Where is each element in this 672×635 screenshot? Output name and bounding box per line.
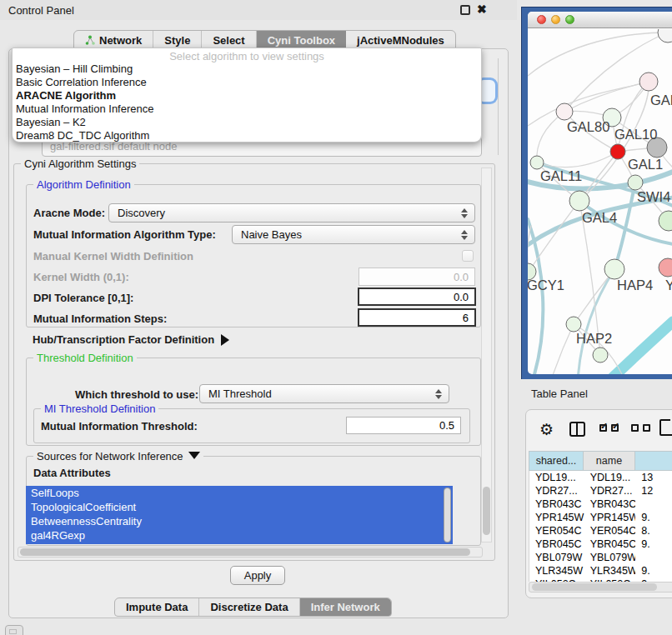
manual-kernel-checkbox[interactable] (462, 250, 474, 262)
mi-steps-input[interactable] (358, 308, 476, 327)
algorithm-option[interactable]: Bayesian – K2 (13, 116, 481, 129)
algorithm-definition-title: Algorithm Definition (33, 178, 134, 191)
table-cell: 9. (635, 511, 672, 524)
attributes-scrollbar-thumb[interactable] (444, 488, 450, 542)
network-edge[interactable] (537, 152, 618, 168)
network-node-gal80[interactable] (556, 103, 573, 120)
table-hscroll-thumb[interactable] (532, 583, 657, 591)
table-cell: 12 (635, 484, 672, 498)
tab-select[interactable]: Select (202, 31, 256, 49)
mi-steps-label: Mutual Information Steps: (33, 312, 167, 325)
network-node-y[interactable] (659, 258, 672, 277)
node-label: HAP2 (576, 331, 612, 346)
settings-horizontal-scrollbar[interactable] (18, 547, 483, 558)
attribute-item[interactable]: gal4RGexp (26, 528, 453, 542)
minimized-panel-icon[interactable] (5, 625, 23, 635)
node-label: GAL80 (567, 119, 609, 134)
spinner-icon (435, 388, 443, 400)
tab-jactivemnodules[interactable]: jActiveMNodules (346, 31, 455, 49)
network-node-hap2[interactable] (566, 317, 581, 332)
table-row[interactable]: YLR345WYLR345W9. (529, 564, 672, 578)
network-node-gal4[interactable] (569, 191, 589, 211)
algorithm-option[interactable]: ARACNE Algorithm (13, 89, 481, 102)
table-row[interactable]: YBR045CYBR045C9. (529, 538, 672, 551)
float-panel-icon[interactable] (460, 5, 470, 15)
network-node-gal7[interactable] (639, 72, 658, 91)
column-header[interactable]: name (584, 451, 635, 471)
spinner-icon (461, 229, 469, 241)
network-node[interactable] (659, 211, 672, 231)
select-all-check-icon[interactable] (611, 424, 619, 432)
bottom-tab-infer-network[interactable]: Infer Network (300, 598, 391, 616)
network-window-frame: GAL7GAL80GAL10GAL1GAL11SWI4GAL4GCY1HAP4Y… (521, 7, 672, 379)
network-node[interactable] (593, 348, 608, 362)
deselect-all-check-icon[interactable] (631, 424, 639, 432)
table-cell: YLR345W (584, 564, 636, 578)
table-row[interactable]: YDL19...YDL19...13 (529, 471, 672, 484)
attribute-item[interactable]: SelfLoops (26, 486, 453, 500)
network-node-hap4[interactable] (604, 259, 624, 279)
table-cell: YBL079W (529, 551, 584, 564)
table-row[interactable]: YDR27...YDR27...12 (529, 484, 672, 498)
algorithm-list: Bayesian – Hill ClimbingBasic Correlatio… (13, 62, 481, 142)
mi-type-label: Mutual Information Algorithm Type: (33, 228, 216, 241)
attribute-item[interactable]: BetweennessCentrality (26, 514, 453, 528)
select-all-check-icon[interactable] (599, 424, 607, 432)
network-node-swi4[interactable] (628, 175, 643, 190)
table-body: YDL19...YDL19...13YDR27...YDR27...12YBR0… (529, 471, 672, 582)
network-node-gal1[interactable] (610, 144, 625, 159)
network-edge[interactable] (551, 324, 574, 374)
attributes-scrollbar[interactable] (444, 488, 451, 542)
network-edge[interactable] (528, 32, 668, 76)
settings-group-title: Cyni Algorithm Settings (21, 158, 139, 170)
attribute-item[interactable]: TopologicalCoefficient (26, 500, 453, 514)
threshold-definition-title: Threshold Definition (33, 352, 137, 364)
tab-label: Network (99, 34, 142, 47)
dpi-tolerance-input[interactable] (358, 288, 476, 306)
zoom-window-icon[interactable] (565, 15, 574, 24)
network-node-gal11[interactable] (530, 156, 544, 169)
settings-vertical-scrollbar[interactable] (481, 168, 492, 542)
kernel-width-input[interactable] (359, 268, 475, 286)
close-icon[interactable]: ✖ (477, 2, 487, 16)
table-row[interactable]: YBL079WYBL079W (529, 551, 672, 564)
apply-button[interactable]: Apply (230, 566, 285, 585)
tab-cyni-toolbox[interactable]: Cyni Toolbox (257, 31, 346, 49)
network-node[interactable] (658, 29, 672, 42)
table-row[interactable]: YPR145WYPR145W9. (529, 511, 672, 524)
column-header[interactable] (635, 451, 672, 471)
table-header-row: shared...name (529, 451, 672, 471)
mi-threshold-input[interactable] (346, 417, 461, 434)
tab-network[interactable]: Network (74, 31, 153, 49)
bottom-tab-discretize-data[interactable]: Discretize Data (199, 598, 299, 616)
table-cell: YBL079W (584, 551, 636, 564)
settings-hscroll-thumb[interactable] (20, 548, 470, 556)
table-horizontal-scrollbar[interactable] (529, 582, 672, 592)
which-threshold-combo[interactable]: MI Threshold (199, 384, 449, 403)
sources-group-title[interactable]: Sources for Network Inference (33, 450, 203, 462)
bottom-tab-impute-data[interactable]: Impute Data (115, 598, 199, 616)
minimize-window-icon[interactable] (551, 15, 560, 24)
algorithm-option[interactable]: Dream8 DC_TDC Algorithm (13, 129, 481, 142)
gear-icon[interactable]: ⚙ (539, 420, 554, 439)
deselect-all-check-icon[interactable] (643, 424, 650, 432)
network-edge[interactable] (529, 201, 579, 272)
settings-vscroll-thumb[interactable] (483, 487, 490, 535)
data-attributes-list[interactable]: SelfLoopsTopologicalCoefficientBetweenne… (26, 486, 453, 544)
aracne-mode-combo[interactable]: Discovery (108, 203, 475, 222)
algorithm-option[interactable]: Bayesian – Hill Climbing (13, 62, 481, 76)
columns-icon[interactable] (569, 422, 585, 437)
tab-style[interactable]: Style (153, 31, 202, 49)
table-mode-icon[interactable] (659, 419, 672, 436)
network-canvas[interactable]: GAL7GAL80GAL10GAL1GAL11SWI4GAL4GCY1HAP4Y… (528, 29, 672, 374)
network-edge[interactable] (613, 322, 672, 374)
aracne-mode-value: Discovery (118, 207, 165, 219)
hub-definition-toggle[interactable]: Hub/Transcription Factor Definition (33, 333, 229, 346)
column-header[interactable]: shared... (529, 451, 584, 471)
algorithm-option[interactable]: Mutual Information Inference (13, 102, 481, 116)
table-row[interactable]: YBR043CYBR043C (529, 498, 672, 511)
mi-type-combo[interactable]: Naive Bayes (232, 225, 475, 244)
algorithm-option[interactable]: Basic Correlation Inference (13, 76, 481, 89)
table-row[interactable]: YER054CYER054C8. (529, 524, 672, 538)
close-window-icon[interactable] (537, 15, 546, 24)
